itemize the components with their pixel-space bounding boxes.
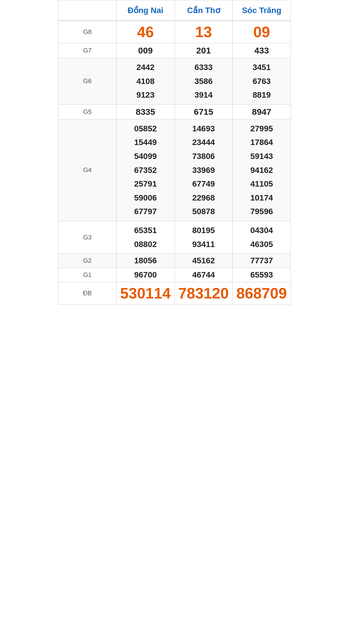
table-row: G4 05852154495409967352257915900667797 1… <box>58 119 291 221</box>
cell-c1: 530114 <box>116 282 174 305</box>
cell-c2: 45162 <box>174 254 233 268</box>
cell-c3: 0430446305 <box>233 221 291 253</box>
table-row: G3 6535108802 8019593411 0430446305 <box>58 221 291 253</box>
header-col2: Cần Thơ <box>174 0 233 21</box>
table-row: ĐB 530114 783120 868709 <box>58 282 291 305</box>
cell-c3: 27995178645914394162411051017479596 <box>233 119 291 221</box>
cell-c3: 8947 <box>233 104 291 119</box>
row-label: G7 <box>58 43 117 58</box>
cell-c2: 6715 <box>174 104 233 119</box>
cell-c1: 244241089123 <box>116 58 174 105</box>
table-row: G2 18056 45162 77737 <box>58 254 291 268</box>
cell-c1: 009 <box>116 43 174 58</box>
cell-c2: 201 <box>174 43 233 58</box>
table-row: G7 009 201 433 <box>58 43 291 58</box>
row-label: G1 <box>58 268 117 282</box>
cell-c1: 46 <box>116 21 174 43</box>
row-label: G3 <box>58 221 117 253</box>
cell-c3: 65593 <box>233 268 291 282</box>
lottery-table: Đồng Nai Cần Thơ Sóc Trăng G8 46 13 09 G… <box>58 0 291 305</box>
cell-c1: 96700 <box>116 268 174 282</box>
cell-c1: 8335 <box>116 104 174 119</box>
cell-c1: 05852154495409967352257915900667797 <box>116 119 174 221</box>
cell-c2: 8019593411 <box>174 221 233 253</box>
cell-c3: 09 <box>233 21 291 43</box>
row-label: G8 <box>58 21 117 43</box>
cell-c3: 345167638819 <box>233 58 291 105</box>
table-row: G5 8335 6715 8947 <box>58 104 291 119</box>
cell-c2: 14693234447380633969677492296850878 <box>174 119 233 221</box>
row-label: G2 <box>58 254 117 268</box>
row-label: G6 <box>58 58 117 105</box>
row-label: G5 <box>58 104 117 119</box>
cell-c3: 868709 <box>233 282 291 305</box>
cell-c2: 633335863914 <box>174 58 233 105</box>
cell-c2: 783120 <box>174 282 233 305</box>
table-row: G6 244241089123 633335863914 34516763881… <box>58 58 291 105</box>
table-row: G1 96700 46744 65593 <box>58 268 291 282</box>
cell-c3: 433 <box>233 43 291 58</box>
row-label: G4 <box>58 119 117 221</box>
cell-c1: 18056 <box>116 254 174 268</box>
cell-c3: 77737 <box>233 254 291 268</box>
cell-c2: 46744 <box>174 268 233 282</box>
header-col3: Sóc Trăng <box>233 0 291 21</box>
header-label <box>58 0 117 21</box>
header-col1: Đồng Nai <box>116 0 174 21</box>
row-label: ĐB <box>58 282 117 305</box>
cell-c1: 6535108802 <box>116 221 174 253</box>
table-row: G8 46 13 09 <box>58 21 291 43</box>
cell-c2: 13 <box>174 21 233 43</box>
